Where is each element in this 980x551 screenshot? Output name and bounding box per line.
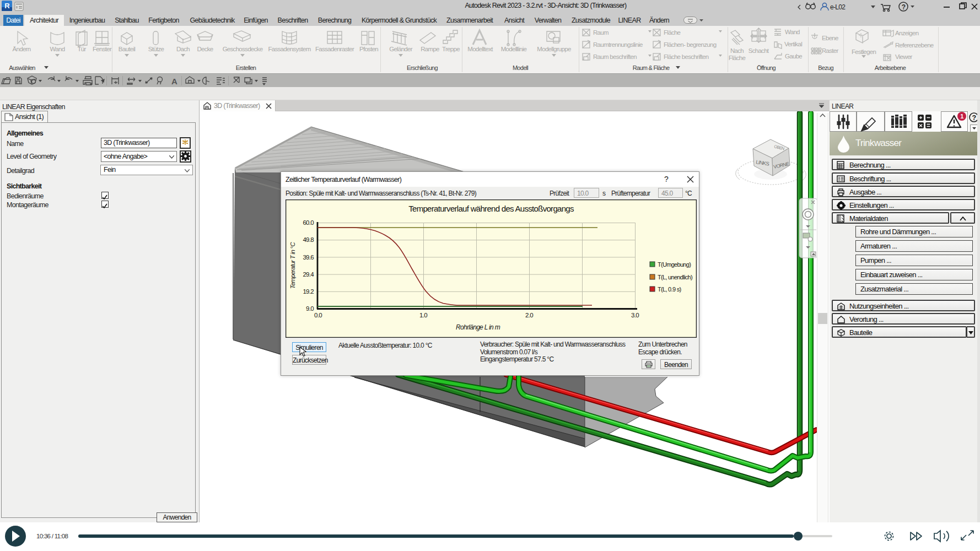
svg-text:Ebene: Ebene [822,35,838,41]
svg-text:Modelllinie: Modelllinie [501,46,527,52]
svg-text:Modell: Modell [513,64,528,71]
svg-text:Raum beschriften: Raum beschriften [593,53,637,60]
svg-text:Bauteil: Bauteil [119,46,135,52]
svg-text:29.4: 29.4 [303,271,314,278]
svg-text:Rohrlänge L in m: Rohrlänge L in m [456,323,500,331]
svg-text:Modellgruppe: Modellgruppe [537,46,571,52]
svg-text:49.8: 49.8 [303,236,314,243]
svg-text:Raum: Raum [593,29,609,36]
svg-text:?: ? [902,3,906,11]
svg-text:Flächen- begrenzung: Flächen- begrenzung [664,41,717,48]
svg-text:Ändern: Ändern [13,46,31,52]
svg-text:e-L02: e-L02 [830,3,846,11]
svg-text:Rampe: Rampe [421,46,439,52]
svg-text:R: R [4,2,10,10]
svg-text:Decke: Decke [197,46,213,52]
svg-text:19.2: 19.2 [303,288,314,295]
svg-text:Geländer: Geländer [389,46,413,52]
svg-text:Gaube: Gaube [785,53,802,60]
svg-text:Tür: Tür [77,46,86,52]
svg-text:Bezug: Bezug [818,64,833,71]
svg-text:9.0: 9.0 [306,305,314,312]
svg-text:Temperaturverlauf während des: Temperaturverlauf während des Ausstoßvor… [408,204,574,213]
svg-text:Stütze: Stütze [148,46,164,52]
svg-text:T(L, unendlich): T(L, unendlich) [658,274,692,280]
svg-text:T(Umgebung): T(Umgebung) [658,261,691,268]
svg-text:Erschließung: Erschließung [407,64,438,71]
svg-text:Wand: Wand [785,29,800,35]
svg-text:Wand: Wand [50,46,65,52]
svg-text:Fenster: Fenster [93,46,112,52]
svg-text:Dach: Dach [176,46,190,52]
svg-text:Fläche: Fläche [729,55,746,61]
svg-text:Modelltext: Modelltext [467,46,493,52]
svg-text:1: 1 [960,113,963,120]
svg-text:3.0: 3.0 [631,312,639,318]
svg-text:10:36 / 11:08: 10:36 / 11:08 [36,533,68,539]
svg-text:Vertikal: Vertikal [784,41,802,47]
svg-text:Viewer: Viewer [895,53,913,60]
svg-text:Fläche beschriften: Fläche beschriften [664,53,709,60]
svg-text:Geschossdecke: Geschossdecke [223,46,263,52]
svg-text:39.6: 39.6 [303,254,314,261]
svg-text:Arbeitsebene: Arbeitsebene [875,64,906,71]
svg-text:Fassadensystem: Fassadensystem [268,46,310,52]
svg-text:Fläche: Fläche [664,29,681,36]
svg-text:Nach: Nach [730,47,744,54]
svg-text:60.0: 60.0 [303,219,314,226]
svg-text:Festlegen: Festlegen [852,48,876,55]
svg-text:Temperatur T in °C: Temperatur T in °C [289,241,296,289]
svg-text:Auswählen: Auswählen [9,64,35,71]
svg-text:Referenzebene: Referenzebene [895,42,934,48]
svg-text:Raster: Raster [822,47,839,54]
svg-text:2.0: 2.0 [525,312,533,318]
svg-text:1.0: 1.0 [419,312,427,318]
svg-text:A: A [171,77,177,86]
svg-text:Anzeigen: Anzeigen [895,30,919,36]
svg-text:Fassadenraster: Fassadenraster [315,46,354,52]
svg-text:Raum & Fläche: Raum & Fläche [633,64,670,71]
svg-text:0.0: 0.0 [314,312,322,318]
svg-text:Pfosten: Pfosten [359,46,378,52]
svg-text:Öffnung: Öffnung [757,64,776,71]
svg-text:Raumtrennungslinie: Raumtrennungslinie [593,41,643,48]
svg-text:T(L, 0.9 s): T(L, 0.9 s) [658,286,681,293]
svg-text:Schacht: Schacht [749,47,769,54]
svg-text:Treppe: Treppe [442,46,460,52]
svg-text:Erstellen: Erstellen [236,64,256,71]
svg-text:?: ? [972,114,976,122]
